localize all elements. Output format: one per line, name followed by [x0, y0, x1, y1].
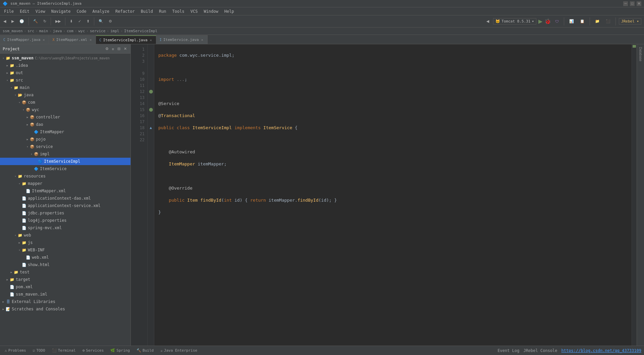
- tab-itemmapper-xml[interactable]: X ItemMapper.xml ✕: [49, 35, 96, 44]
- menu-refactor[interactable]: Refactor: [113, 8, 138, 14]
- services-tool[interactable]: ⚙ Services: [80, 348, 106, 353]
- tree-item-resources[interactable]: ▾ 📁 resources: [0, 172, 130, 180]
- menu-file[interactable]: File: [1, 8, 16, 14]
- tree-item-mapper-folder[interactable]: ▾ 📁 mapper: [0, 180, 130, 187]
- spring-tool[interactable]: 🌿 Spring: [108, 348, 132, 353]
- toolbar-terminal[interactable]: ⬛: [604, 18, 612, 24]
- terminal-tool[interactable]: ⬛ Terminal: [50, 348, 78, 353]
- gutter-impl-class-icon[interactable]: ⬤: [148, 107, 154, 113]
- toolbar-run-debug[interactable]: ▶▶: [53, 18, 63, 24]
- breadcrumb-ssm_maven[interactable]: ssm_maven: [3, 29, 23, 33]
- breadcrumb-service[interactable]: service: [90, 29, 105, 33]
- sidebar-close[interactable]: ✕: [123, 46, 128, 51]
- tree-item-scratches[interactable]: ▶ 📝 Scratches and Consoles: [0, 305, 130, 313]
- todo-tool[interactable]: ☑ TODO: [31, 348, 47, 353]
- jrebel-console-link[interactable]: JRebel Console: [523, 348, 557, 353]
- tree-item-appctx-dao[interactable]: ▶ 📄 applicationContext-dao.xml: [0, 195, 130, 202]
- menu-build[interactable]: Build: [138, 8, 156, 14]
- tab-close-itemmapper-xml[interactable]: ✕: [89, 38, 92, 42]
- tree-item-ext-libs[interactable]: ▶ 🗄 External Libraries: [0, 298, 130, 305]
- menu-navigate[interactable]: Navigate: [49, 8, 73, 14]
- tree-item-iml[interactable]: ▶ 📄 ssm_maven.iml: [0, 291, 130, 298]
- tree-item-pom[interactable]: ▶ 📄 pom.xml: [0, 283, 130, 291]
- tree-item-wyc[interactable]: ▾ 📦 wyc: [0, 106, 130, 113]
- close-button[interactable]: ✕: [637, 1, 641, 6]
- code-editor[interactable]: 1 2 3 9 10 11 12 13 14 15 16 17 18 21 22: [131, 44, 637, 346]
- gutter-implements-icon[interactable]: ⬤: [148, 89, 154, 95]
- minimize-button[interactable]: ─: [623, 1, 628, 6]
- tree-item-itemserviceimpl[interactable]: ▶ 🔵 ItemServiceImpl: [0, 158, 130, 165]
- toolbar-settings[interactable]: ⚙: [107, 18, 114, 24]
- toolbar-navigate-back[interactable]: ◀: [484, 18, 491, 24]
- tree-item-idea[interactable]: ▶ 📁 .idea: [0, 62, 130, 69]
- tree-item-spring-mvc[interactable]: ▶ 📄 spring-mvc.xml: [0, 224, 130, 232]
- tree-item-java[interactable]: ▾ 📂 java: [0, 91, 130, 99]
- tree-item-service[interactable]: ▾ 📦 service: [0, 143, 130, 150]
- toolbar-open-in-explorer[interactable]: 📁: [593, 18, 602, 24]
- tree-item-js[interactable]: ▶ 📁 js: [0, 239, 130, 246]
- run-button[interactable]: ▶: [538, 18, 542, 24]
- code-content[interactable]: package com.wyc.service.impl; import ...…: [154, 44, 632, 346]
- build-tool[interactable]: 🔨 Build: [135, 348, 156, 353]
- tree-item-web-inf[interactable]: ▾ 📁 WEB-INF: [0, 246, 130, 254]
- sidebar-gear[interactable]: ⚙: [104, 46, 110, 51]
- tab-close-itemservice[interactable]: ✕: [201, 38, 204, 42]
- event-log-link[interactable]: Event Log: [497, 348, 519, 353]
- java-enterprise-tool[interactable]: ☕ Java Enterprise: [158, 348, 199, 353]
- breadcrumb-itemserviceimpl[interactable]: ItemServiceImpl: [124, 29, 157, 33]
- tree-item-controller[interactable]: ▶ 📦 controller: [0, 113, 130, 121]
- tree-item-itemservice[interactable]: ▶ 🔷 ItemService: [0, 165, 130, 172]
- menu-analyze[interactable]: Analyze: [90, 8, 112, 14]
- toolbar-vcs-commit[interactable]: ✓: [76, 18, 83, 24]
- toolbar-coverage-report[interactable]: 📊: [567, 18, 576, 24]
- tree-item-web[interactable]: ▾ 📁 web: [0, 232, 130, 239]
- run-with-coverage[interactable]: 🛡: [553, 18, 561, 24]
- menu-vcs[interactable]: VCS: [188, 8, 201, 14]
- menu-help[interactable]: Help: [222, 8, 237, 14]
- tree-item-web-xml[interactable]: ▶ 📄 web.xml: [0, 254, 130, 261]
- breadcrumb-src[interactable]: src: [28, 29, 34, 33]
- tab-close-active[interactable]: ✕: [149, 38, 153, 42]
- tree-item-target[interactable]: ▶ 📁 target: [0, 276, 130, 283]
- menu-window[interactable]: Window: [201, 8, 221, 14]
- breadcrumb-impl[interactable]: impl: [110, 29, 119, 33]
- menu-view[interactable]: View: [33, 8, 48, 14]
- toolbar-sync[interactable]: ↻: [41, 18, 48, 24]
- toolbar-search[interactable]: 🔍: [97, 18, 105, 24]
- debug-button[interactable]: 🐞: [544, 18, 551, 24]
- tree-item-itemmapper-xml[interactable]: ▶ 📄 ItemMapper.xml: [0, 187, 130, 195]
- sidebar-collapse[interactable]: ⊟: [116, 46, 121, 51]
- run-configuration[interactable]: 🐱 Tomcat 8.5.31 ▾: [493, 18, 536, 24]
- maximize-button[interactable]: □: [630, 1, 635, 6]
- toolbar-back[interactable]: ◀: [1, 18, 8, 24]
- tree-item-impl[interactable]: ▾ 📦 impl: [0, 150, 130, 158]
- tree-item-appctx-service[interactable]: ▶ 📄 applicationContext-service.xml: [0, 202, 130, 209]
- tree-item-ssm_maven[interactable]: ▾ 📁 ssm_maven C:\Users\wang9\IdeaProject…: [0, 54, 130, 62]
- tree-item-src[interactable]: ▾ 📁 src: [0, 77, 130, 84]
- menu-code[interactable]: Code: [74, 8, 89, 14]
- gutter-override-icon[interactable]: ▲: [148, 125, 154, 131]
- tree-item-log4j-props[interactable]: ▶ 📄 log4j.properties: [0, 217, 130, 224]
- menu-run[interactable]: Run: [156, 8, 169, 14]
- toolbar-build-project[interactable]: 🔨: [31, 18, 40, 24]
- tab-itemservice-java[interactable]: I ItemService.java ✕: [156, 35, 208, 44]
- tab-itemserviceimpl-java[interactable]: C ItemServiceImpl.java ✕: [96, 35, 156, 44]
- breadcrumb-java[interactable]: java: [53, 29, 62, 33]
- tree-item-jdbc-props[interactable]: ▶ 📄 jdbc.properties: [0, 209, 130, 217]
- tree-item-itemmapper[interactable]: ▶ 🔷 ItemMapper: [0, 128, 130, 136]
- database-tool-button[interactable]: Database: [638, 46, 643, 63]
- toolbar-recent[interactable]: 🕐: [17, 18, 26, 24]
- toolbar-attach-profiler[interactable]: 📋: [578, 18, 587, 24]
- sidebar-sort[interactable]: ≡: [111, 46, 115, 51]
- breadcrumb-wyc[interactable]: wyc: [78, 29, 85, 33]
- tree-item-pojo[interactable]: ▶ 📦 pojo: [0, 136, 130, 143]
- tab-itemmapper-java[interactable]: C ItemMapper.java ✕: [0, 35, 49, 44]
- jrebel-button[interactable]: JRebel ▾: [619, 18, 641, 24]
- toolbar-forward[interactable]: ▶: [9, 18, 16, 24]
- breadcrumb-com[interactable]: com: [67, 29, 73, 33]
- window-controls[interactable]: ─ □ ✕: [623, 1, 641, 6]
- menu-edit[interactable]: Edit: [17, 8, 32, 14]
- tree-item-out[interactable]: ▶ 📁 out: [0, 69, 130, 77]
- tree-item-com[interactable]: ▾ 📦 com: [0, 99, 130, 106]
- breadcrumb-main[interactable]: main: [39, 29, 48, 33]
